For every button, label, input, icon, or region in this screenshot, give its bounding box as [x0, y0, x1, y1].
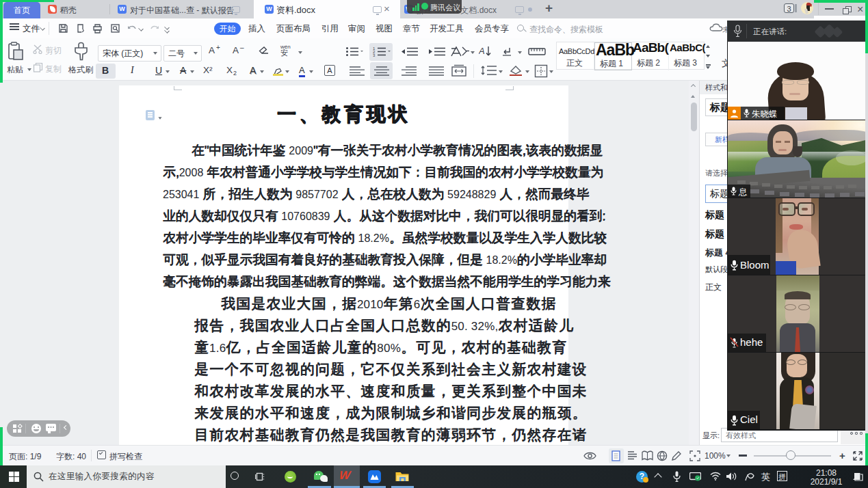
svg-text:3: 3 — [373, 53, 376, 57]
svg-text:A: A — [479, 46, 485, 56]
